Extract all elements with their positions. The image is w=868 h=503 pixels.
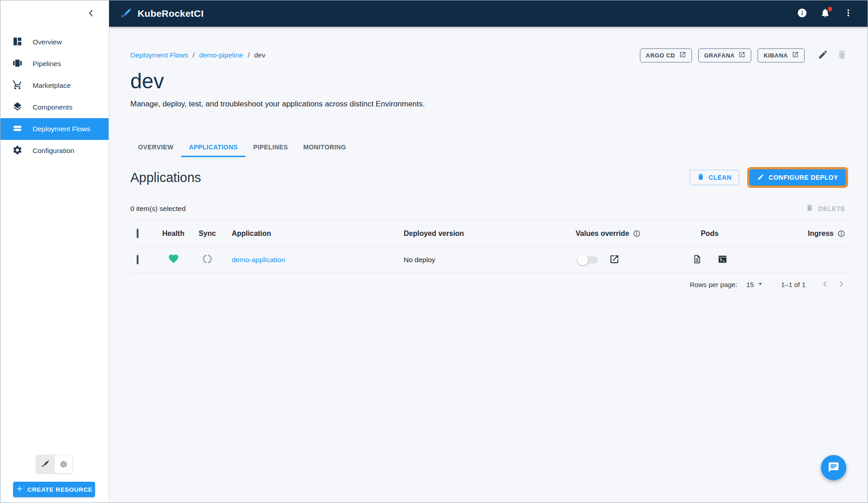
- breadcrumb: Deployment Flows / demo-pipeline / dev: [130, 51, 266, 59]
- kebab-menu-icon: [843, 8, 854, 19]
- tab-applications[interactable]: APPLICATIONS: [181, 138, 245, 157]
- column-header-label: Ingress: [808, 230, 834, 238]
- quick-link-label: KIBANA: [763, 52, 788, 59]
- rows-per-page-select[interactable]: 15: [746, 279, 765, 290]
- toggle-knob: [577, 254, 588, 265]
- pod-terminal-button[interactable]: [716, 254, 729, 266]
- sidebar-item-deployment-flows[interactable]: Deployment Flows: [0, 118, 109, 140]
- delete-environment-button[interactable]: [835, 49, 848, 62]
- info-icon: [797, 8, 807, 19]
- breadcrumb-link-demo-pipeline[interactable]: demo-pipeline: [199, 51, 243, 59]
- sidebar-item-label: Deployment Flows: [33, 125, 91, 133]
- page-description: Manage, deploy, test, and troubleshoot y…: [130, 99, 848, 110]
- argo-cd-link-button[interactable]: ARGO CD: [640, 48, 692, 62]
- sidebar-item-label: Marketplace: [33, 81, 71, 90]
- previous-page-button[interactable]: [818, 278, 832, 291]
- values-override-open-button[interactable]: [608, 254, 620, 266]
- grafana-link-button[interactable]: GRAFANA: [698, 48, 752, 62]
- sidebar-item-overview[interactable]: Overview: [0, 31, 109, 53]
- applications-actions: CLEAN CONFIGURE DEPLOY: [690, 167, 848, 188]
- info-icon[interactable]: [837, 230, 845, 238]
- application-link[interactable]: demo-application: [232, 256, 285, 264]
- sidebar-item-pipelines[interactable]: Pipelines: [0, 53, 109, 75]
- rows-per-page-value: 15: [746, 281, 754, 288]
- select-all-checkbox[interactable]: [137, 229, 138, 238]
- create-resource-label: CREATE RESOURCE: [28, 486, 93, 493]
- terminal-icon: [717, 254, 728, 266]
- pod-logs-button[interactable]: [691, 254, 703, 266]
- column-header-label: Values override: [576, 230, 629, 238]
- notifications-button[interactable]: [819, 8, 831, 19]
- kibana-link-button[interactable]: KIBANA: [758, 48, 805, 62]
- pencil-icon: [818, 49, 828, 61]
- notification-badge: [828, 7, 832, 11]
- sidebar-item-label: Configuration: [33, 147, 74, 155]
- breadcrumb-link-deployment-flows[interactable]: Deployment Flows: [130, 51, 188, 59]
- sidebar-item-configuration[interactable]: Configuration: [0, 140, 109, 162]
- column-header-pods: Pods: [667, 230, 753, 238]
- row-checkbox[interactable]: [137, 255, 138, 264]
- open-in-new-icon: [679, 51, 686, 59]
- app-logo[interactable]: KubeRocketCI: [120, 6, 204, 21]
- selection-summary: 0 item(s) selected: [130, 205, 186, 213]
- tab-monitoring[interactable]: MONITORING: [296, 138, 354, 157]
- health-status-cell: [157, 253, 189, 266]
- sidebar-item-marketplace[interactable]: Marketplace: [0, 75, 109, 96]
- app-title: KubeRocketCI: [138, 8, 204, 19]
- pods-cell: [667, 254, 753, 266]
- quill-icon: [41, 459, 50, 469]
- main-content: Deployment Flows / demo-pipeline / dev A…: [109, 27, 868, 503]
- sidebar-collapse-button[interactable]: [85, 7, 97, 20]
- sidebar-nav: Overview Pipelines Marketplace Component…: [0, 31, 109, 162]
- pagination: Rows per page: 15 1–1 of 1: [130, 273, 848, 296]
- page-title: dev: [130, 70, 848, 92]
- app-window: Overview Pipelines Marketplace Component…: [0, 0, 868, 503]
- clean-button[interactable]: CLEAN: [690, 170, 739, 185]
- next-page-button[interactable]: [835, 278, 848, 291]
- configure-deploy-button[interactable]: CONFIGURE DEPLOY: [749, 169, 846, 186]
- info-icon[interactable]: [633, 230, 641, 238]
- more-menu-button[interactable]: [842, 8, 854, 19]
- trash-icon: [697, 173, 705, 182]
- chat-fab-button[interactable]: [821, 455, 846, 480]
- edit-environment-button[interactable]: [816, 49, 829, 62]
- quick-links: ARGO CD GRAFANA KIBANA: [640, 48, 848, 62]
- info-button[interactable]: [796, 8, 808, 19]
- values-override-toggle[interactable]: [579, 256, 598, 263]
- kubernetes-view-toggle[interactable]: ☸: [54, 455, 72, 473]
- column-header-values-override: Values override: [569, 230, 667, 238]
- create-resource-button[interactable]: CREATE RESOURCE: [13, 482, 95, 497]
- delete-selected-button[interactable]: DELETE: [806, 204, 845, 213]
- tab-pipelines[interactable]: PIPELINES: [245, 138, 296, 157]
- breadcrumb-current: dev: [254, 51, 266, 59]
- applications-section-head: Applications CLEAN CONFIGURE DEPLOY: [130, 167, 848, 188]
- sidebar: Overview Pipelines Marketplace Component…: [0, 0, 109, 503]
- document-icon: [692, 254, 702, 266]
- rows-per-page-label: Rows per page:: [690, 281, 737, 288]
- sidebar-item-components[interactable]: Components: [0, 96, 109, 118]
- table-row: demo-application No deploy: [130, 247, 848, 273]
- configure-deploy-label: CONFIGURE DEPLOY: [769, 174, 838, 181]
- pipelines-icon: [12, 58, 23, 70]
- column-header-sync: Sync: [189, 230, 225, 238]
- clean-button-label: CLEAN: [709, 174, 732, 181]
- selection-bar: 0 item(s) selected DELETE: [130, 197, 848, 220]
- theme-toggle-group: ☸: [36, 455, 73, 474]
- page-head-row: Deployment Flows / demo-pipeline / dev A…: [130, 47, 848, 63]
- delete-button-label: DELETE: [818, 205, 845, 212]
- sync-circle-icon: [202, 254, 213, 266]
- tab-overview[interactable]: OVERVIEW: [130, 138, 181, 157]
- breadcrumb-separator: /: [193, 51, 195, 59]
- sidebar-item-label: Components: [33, 103, 72, 111]
- flows-icon: [12, 123, 23, 135]
- cart-icon: [12, 80, 23, 92]
- pencil-icon: [757, 173, 764, 182]
- tabs: OVERVIEW APPLICATIONS PIPELINES MONITORI…: [130, 138, 848, 157]
- open-in-new-icon: [739, 51, 745, 59]
- plus-icon: [16, 485, 24, 494]
- open-in-new-icon: [792, 51, 799, 59]
- column-header-ingress: Ingress: [753, 230, 848, 238]
- kuberocketci-view-toggle[interactable]: [36, 455, 54, 473]
- sidebar-item-label: Overview: [33, 38, 62, 46]
- breadcrumb-separator: /: [248, 51, 249, 59]
